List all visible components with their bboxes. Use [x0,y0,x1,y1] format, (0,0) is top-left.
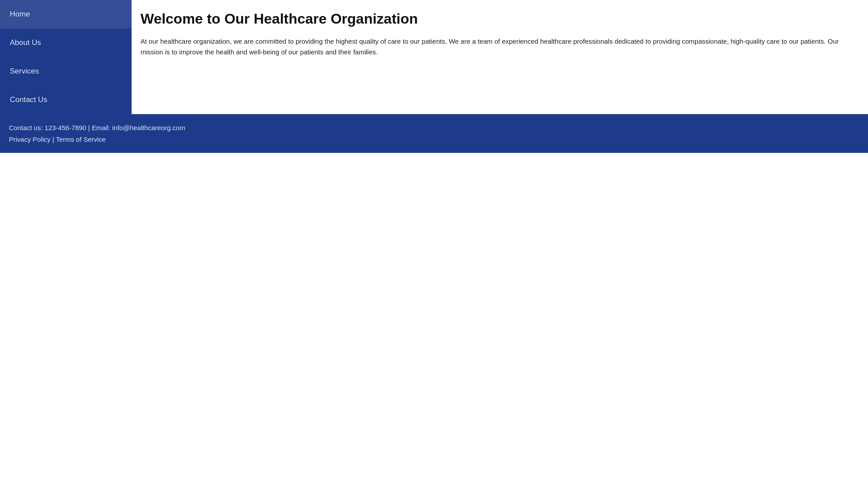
sidebar-item-home: Home [0,0,132,29]
page-title: Welcome to Our Healthcare Organization [141,11,859,27]
sidebar-link-3[interactable]: Contact Us [0,86,132,114]
sidebar-nav: HomeAbout UsServicesContact Us [0,0,132,114]
sidebar-item-about-us: About Us [0,29,132,57]
sidebar-link-1[interactable]: About Us [0,29,132,57]
footer-tos-link[interactable]: Terms of Service [56,135,106,143]
top-section: HomeAbout UsServicesContact Us Welcome t… [0,0,868,114]
sidebar-item-services: Services [0,57,132,86]
sidebar: HomeAbout UsServicesContact Us [0,0,132,114]
sidebar-link-2[interactable]: Services [0,57,132,86]
footer-contact: Contact us: 123-456-7890 | Email: info@h… [9,122,859,134]
sidebar-nav-list: HomeAbout UsServicesContact Us [0,0,132,114]
footer-privacy-link[interactable]: Privacy Policy [9,135,50,143]
page-layout: HomeAbout UsServicesContact Us Welcome t… [0,0,868,488]
main-body-text: At our healthcare organization, we are c… [141,36,859,57]
sidebar-link-0[interactable]: Home [0,0,132,29]
footer-links: Privacy Policy | Terms of Service [9,134,859,145]
footer: Contact us: 123-456-7890 | Email: info@h… [0,114,868,153]
main-content: Welcome to Our Healthcare Organization A… [132,0,868,114]
sidebar-item-contact-us: Contact Us [0,86,132,114]
